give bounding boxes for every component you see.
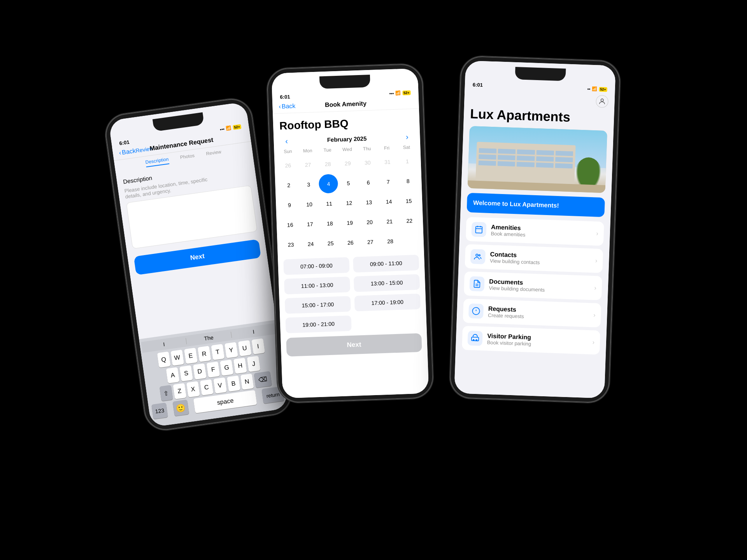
key-s[interactable]: S xyxy=(179,365,193,382)
back-button-maintenance[interactable]: ‹ Back xyxy=(119,147,136,157)
window xyxy=(517,156,535,161)
key-c[interactable]: C xyxy=(200,379,213,396)
calendar-prev-button[interactable]: ‹ xyxy=(281,136,293,146)
menu-item-contacts[interactable]: Contacts View building contacts › xyxy=(465,244,603,273)
contacts-chevron-icon: › xyxy=(595,257,598,264)
key-shift[interactable]: ⇧ xyxy=(159,385,173,401)
user-avatar[interactable] xyxy=(596,95,608,108)
cal-cell-15[interactable]: 15 xyxy=(399,191,419,211)
cal-cell-31a[interactable]: 31 xyxy=(378,152,398,172)
cal-cell-28[interactable]: 28 xyxy=(381,231,400,251)
cal-cell-24[interactable]: 24 xyxy=(301,234,321,254)
key-e[interactable]: E xyxy=(184,348,198,364)
cal-cell-5[interactable]: 5 xyxy=(338,173,358,193)
phone-maintenance: 6:01 ▪▪▪ 📶 52+ ‹ Back Maintenance Reques… xyxy=(103,96,294,433)
cal-cell-14[interactable]: 14 xyxy=(379,192,399,212)
cal-cell-23[interactable]: 23 xyxy=(281,235,301,255)
cal-cell-18[interactable]: 18 xyxy=(320,214,340,233)
menu-item-amenities[interactable]: Amenities Book amenities › xyxy=(466,217,604,246)
timeslot-1100[interactable]: 11:00 - 13:00 xyxy=(284,276,350,294)
key-b[interactable]: B xyxy=(227,376,240,392)
key-num[interactable]: 123 xyxy=(151,402,168,419)
key-x[interactable]: X xyxy=(186,381,200,397)
timeslot-1300[interactable]: 13:00 - 15:00 xyxy=(354,274,420,292)
phone-notch-mid xyxy=(319,75,370,89)
key-u[interactable]: U xyxy=(238,340,251,357)
cal-cell-27b[interactable]: 27 xyxy=(361,232,381,252)
book-amenity-content: 6:01 ▪▪▪ 📶 52+ ‹ Back Book Amenity xyxy=(272,68,429,399)
cal-cell-1a[interactable]: 1 xyxy=(398,151,417,171)
cal-cell-4-today[interactable]: 4 xyxy=(319,174,338,194)
cal-cell-3[interactable]: 3 xyxy=(299,175,319,194)
window xyxy=(517,149,535,155)
calendar-next-button[interactable]: › xyxy=(401,132,413,142)
key-v[interactable]: V xyxy=(213,377,227,394)
key-n[interactable]: N xyxy=(240,374,254,390)
key-t[interactable]: T xyxy=(211,344,224,360)
cal-cell-13[interactable]: 13 xyxy=(359,192,379,212)
timeslot-1700[interactable]: 17:00 - 19:00 xyxy=(354,294,421,312)
key-emoji[interactable]: 🙂 xyxy=(172,399,189,416)
cal-cell-20[interactable]: 20 xyxy=(360,212,380,232)
timeslot-1500[interactable]: 15:00 - 17:00 xyxy=(285,296,351,314)
key-w[interactable]: W xyxy=(170,350,184,366)
key-delete[interactable]: ⌫ xyxy=(254,371,272,388)
cal-cell-25[interactable]: 25 xyxy=(321,233,340,253)
window xyxy=(536,156,554,162)
svg-rect-1 xyxy=(475,226,482,233)
key-q[interactable]: Q xyxy=(157,352,170,368)
key-d[interactable]: D xyxy=(193,363,207,380)
visitor-parking-chevron-icon: › xyxy=(592,339,594,346)
cal-cell-9[interactable]: 9 xyxy=(280,195,300,215)
maintenance-content: 6:01 ▪▪▪ 📶 52+ ‹ Back Maintenance Reques… xyxy=(108,102,288,427)
svg-point-5 xyxy=(476,254,478,256)
menu-item-documents[interactable]: Documents View building documents › xyxy=(464,271,602,300)
cal-cell-19[interactable]: 19 xyxy=(340,213,360,233)
cal-day-mon: Mon xyxy=(298,148,317,154)
back-label-maintenance: Back xyxy=(121,147,136,156)
cal-cell-11[interactable]: 11 xyxy=(319,194,339,214)
cal-cell-8[interactable]: 8 xyxy=(398,171,418,191)
cal-cell-22[interactable]: 22 xyxy=(400,211,419,231)
window xyxy=(517,162,535,167)
key-r[interactable]: R xyxy=(197,346,211,362)
signal-icon: ▪▪▪ xyxy=(219,126,224,132)
back-button-book[interactable]: ‹ Back xyxy=(279,103,296,110)
cal-cell-10[interactable]: 10 xyxy=(300,194,319,214)
timeslot-1900[interactable]: 19:00 - 21:00 xyxy=(285,315,351,333)
cal-cell-26a[interactable]: 26 xyxy=(278,156,298,175)
key-y[interactable]: Y xyxy=(224,342,238,359)
key-i[interactable]: I xyxy=(251,338,265,355)
cal-cell-21[interactable]: 21 xyxy=(380,212,400,231)
cal-cell-16[interactable]: 16 xyxy=(280,215,300,235)
key-j[interactable]: J xyxy=(247,356,260,372)
timeslot-0900[interactable]: 09:00 - 11:00 xyxy=(353,255,419,273)
key-z[interactable]: Z xyxy=(173,383,186,399)
menu-item-requests[interactable]: Requests Create requests › xyxy=(463,299,601,327)
timeslot-0700[interactable]: 07:00 - 09:00 xyxy=(283,257,349,275)
menu-item-visitor-parking[interactable]: Visitor Parking Book visitor parking › xyxy=(462,326,600,355)
cal-cell-17[interactable]: 17 xyxy=(300,214,320,234)
cal-cell-29a[interactable]: 29 xyxy=(338,153,358,173)
cal-cell-6[interactable]: 6 xyxy=(358,173,378,192)
svg-point-13 xyxy=(473,340,474,341)
cal-cell-28a[interactable]: 28 xyxy=(318,154,338,174)
key-g[interactable]: G xyxy=(220,360,233,376)
status-time-right: 6:01 xyxy=(473,82,483,88)
cal-cell-27a[interactable]: 27 xyxy=(298,155,318,175)
cal-cell-30a[interactable]: 30 xyxy=(358,152,377,172)
phone-notch-right xyxy=(515,67,566,81)
documents-chevron-icon: › xyxy=(594,284,596,291)
key-f[interactable]: F xyxy=(206,361,220,378)
window xyxy=(479,154,496,160)
key-a[interactable]: A xyxy=(166,367,180,383)
cal-cell-2[interactable]: 2 xyxy=(279,175,299,195)
window xyxy=(536,150,554,156)
cal-cell-26b[interactable]: 26 xyxy=(340,233,360,253)
lux-content: 6:01 ▪▪ 📶 52+ xyxy=(454,61,616,399)
cal-cell-7[interactable]: 7 xyxy=(378,172,398,192)
cal-cell-12[interactable]: 12 xyxy=(339,193,359,213)
amenities-icon xyxy=(471,222,486,237)
book-amenity-title: Book Amenity xyxy=(325,100,367,108)
key-h[interactable]: H xyxy=(233,358,247,374)
